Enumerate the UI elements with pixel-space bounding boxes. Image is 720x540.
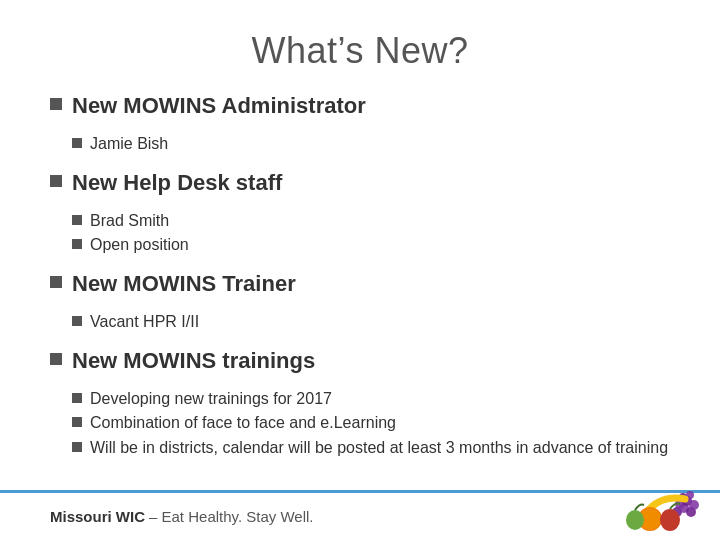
svg-point-11 — [626, 510, 644, 530]
sub-bullet-icon — [72, 393, 82, 403]
content-area: New MOWINS Administrator Jamie Bish New … — [50, 92, 670, 480]
section-2-subitems: Brad Smith Open position — [72, 210, 670, 259]
bullet-icon-3 — [50, 276, 62, 288]
svg-point-5 — [689, 500, 699, 510]
section-1-subitems: Jamie Bish — [72, 133, 670, 157]
fruit-image — [615, 484, 705, 534]
list-item: Will be in districts, calendar will be p… — [72, 437, 670, 459]
sub-bullet-icon — [72, 417, 82, 427]
sub-item-text: Will be in districts, calendar will be p… — [90, 437, 668, 459]
list-item: Combination of face to face and e.Learni… — [72, 412, 670, 434]
sub-item-text: Jamie Bish — [90, 133, 168, 155]
section-1-label: New MOWINS Administrator — [72, 92, 366, 121]
section-4: New MOWINS trainings — [50, 347, 670, 376]
list-item: Vacant HPR I/II — [72, 311, 670, 333]
list-item: Jamie Bish — [72, 133, 670, 155]
sub-bullet-icon — [72, 215, 82, 225]
brand-name: Missouri WIC — [50, 508, 145, 525]
footer: Missouri WIC – Eat Healthy. Stay Well. — [0, 490, 720, 540]
section-4-subitems: Developing new trainings for 2017 Combin… — [72, 388, 670, 461]
list-item: Open position — [72, 234, 670, 256]
section-3-subitems: Vacant HPR I/II — [72, 311, 670, 335]
bullet-icon-1 — [50, 98, 62, 110]
section-3-label: New MOWINS Trainer — [72, 270, 296, 299]
list-item: Brad Smith — [72, 210, 670, 232]
section-2: New Help Desk staff — [50, 169, 670, 198]
section-4-label: New MOWINS trainings — [72, 347, 315, 376]
svg-point-10 — [660, 509, 680, 531]
sub-bullet-icon — [72, 138, 82, 148]
list-item: Developing new trainings for 2017 — [72, 388, 670, 410]
sub-item-text: Brad Smith — [90, 210, 169, 232]
sub-bullet-icon — [72, 442, 82, 452]
sub-bullet-icon — [72, 239, 82, 249]
sub-item-text: Vacant HPR I/II — [90, 311, 199, 333]
bullet-icon-4 — [50, 353, 62, 365]
sub-item-text: Developing new trainings for 2017 — [90, 388, 332, 410]
footer-brand: Missouri WIC — [50, 508, 145, 525]
section-3: New MOWINS Trainer — [50, 270, 670, 299]
footer-tagline: – Eat Healthy. Stay Well. — [149, 508, 314, 525]
slide: What’s New? New MOWINS Administrator Jam… — [0, 0, 720, 540]
section-2-label: New Help Desk staff — [72, 169, 282, 198]
sub-bullet-icon — [72, 316, 82, 326]
slide-title: What’s New? — [50, 30, 670, 72]
bullet-icon-2 — [50, 175, 62, 187]
section-1: New MOWINS Administrator — [50, 92, 670, 121]
sub-item-text: Combination of face to face and e.Learni… — [90, 412, 396, 434]
sub-item-text: Open position — [90, 234, 189, 256]
